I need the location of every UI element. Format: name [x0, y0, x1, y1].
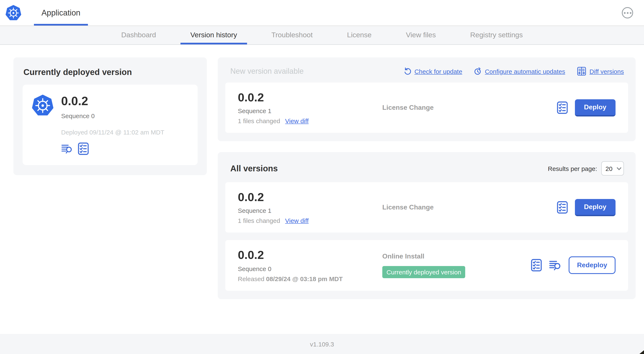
console-version: v1.109.3 — [310, 340, 334, 347]
version-row: 0.0.2 Sequence 0 Released08/29/24 @ 03:1… — [225, 240, 628, 290]
redeploy-button[interactable]: Redeploy — [569, 257, 616, 274]
app-tab-application[interactable]: Application — [34, 0, 88, 26]
checklist-icon — [78, 142, 89, 155]
version-row: 0.0.2 Sequence 1 1 files changed View di… — [225, 182, 628, 232]
all-versions-title: All versions — [230, 164, 278, 173]
released-timestamp: 08/29/24 @ 03:18 pm MDT — [266, 275, 343, 282]
right-column: New version available Check for update — [218, 57, 636, 299]
view-logs-button[interactable] — [549, 259, 562, 271]
deploy-button[interactable]: Deploy — [575, 99, 616, 116]
clock-refresh-icon — [474, 68, 482, 75]
configure-automatic-updates-link[interactable]: Configure automatic updates — [474, 68, 565, 75]
currently-deployed-title: Currently deployed version — [24, 68, 198, 77]
app-kubernetes-icon — [32, 95, 54, 117]
version-number: 0.0.2 — [238, 191, 382, 204]
deploy-button[interactable]: Deploy — [575, 199, 616, 216]
new-version-title: New version available — [230, 67, 304, 76]
page-tabs: Dashboard Version history Troubleshoot L… — [0, 26, 644, 45]
tab-version-history[interactable]: Version history — [189, 26, 239, 45]
version-source: License Change — [382, 204, 557, 211]
view-diff-link[interactable]: View diff — [285, 217, 308, 224]
view-logs-button[interactable] — [61, 143, 73, 154]
kubernetes-logo-icon — [6, 5, 21, 21]
new-version-section: New version available Check for update — [218, 57, 636, 141]
diff-versions-link[interactable]: Diff versions — [577, 67, 624, 76]
version-number: 0.0.2 — [238, 249, 382, 262]
check-for-update-link[interactable]: Check for update — [404, 68, 462, 75]
logs-icon — [61, 143, 73, 154]
version-source: Online Install — [382, 253, 531, 260]
currently-deployed-badge: Currently deployed version — [382, 266, 466, 278]
deployed-sequence: Sequence 0 — [61, 112, 164, 119]
tab-view-files[interactable]: View files — [404, 26, 438, 45]
currently-deployed-panel: Currently deployed version — [14, 57, 207, 175]
results-per-page-select[interactable]: 20 — [601, 161, 624, 176]
tab-troubleshoot[interactable]: Troubleshoot — [270, 26, 314, 45]
page: Application Dashboard Version history Tr… — [0, 0, 644, 354]
top-header: Application — [0, 0, 644, 26]
checklist-icon — [557, 201, 568, 214]
main-content: Currently deployed version — [0, 45, 644, 299]
version-sequence: Sequence 0 — [238, 265, 382, 272]
released-label: Released — [238, 275, 264, 282]
checklist-icon — [531, 259, 542, 272]
version-sequence: Sequence 1 — [238, 207, 382, 214]
tab-dashboard[interactable]: Dashboard — [120, 26, 158, 45]
preflight-checks-button[interactable] — [557, 101, 568, 114]
checklist-icon — [557, 101, 568, 114]
results-per-page-label: Results per page: — [548, 165, 597, 172]
logs-icon — [549, 259, 562, 271]
preflight-checks-button[interactable] — [557, 201, 568, 214]
diff-icon — [577, 67, 586, 76]
chevron-down-icon — [617, 165, 622, 170]
footer: v1.109.3 — [0, 334, 644, 354]
files-changed-label: 1 files changed — [238, 217, 280, 224]
refresh-icon — [404, 68, 411, 75]
tab-license[interactable]: License — [346, 26, 373, 45]
ellipsis-icon — [624, 12, 625, 14]
deployed-timestamp: Deployed 09/11/24 @ 11:02 am MDT — [61, 129, 164, 136]
tab-registry-settings[interactable]: Registry settings — [468, 26, 524, 45]
deployed-version-number: 0.0.2 — [61, 95, 164, 108]
all-versions-section: All versions Results per page: 20 0.0.2 … — [218, 152, 636, 299]
view-diff-link[interactable]: View diff — [285, 117, 308, 124]
currently-deployed-card: 0.0.2 Sequence 0 Deployed 09/11/24 @ 11:… — [22, 85, 198, 165]
app-title: Application — [42, 8, 80, 17]
deployed-info: 0.0.2 Sequence 0 Deployed 09/11/24 @ 11:… — [61, 95, 164, 155]
preflight-checks-button[interactable] — [78, 142, 89, 155]
files-changed-label: 1 files changed — [238, 117, 280, 124]
new-version-card: 0.0.2 Sequence 1 1 files changed View di… — [225, 83, 628, 133]
preflight-checks-button[interactable] — [531, 259, 542, 272]
version-sequence: Sequence 1 — [238, 107, 382, 114]
version-source: License Change — [382, 104, 557, 111]
ellipsis-menu-button[interactable] — [622, 7, 633, 19]
version-number: 0.0.2 — [238, 91, 382, 104]
